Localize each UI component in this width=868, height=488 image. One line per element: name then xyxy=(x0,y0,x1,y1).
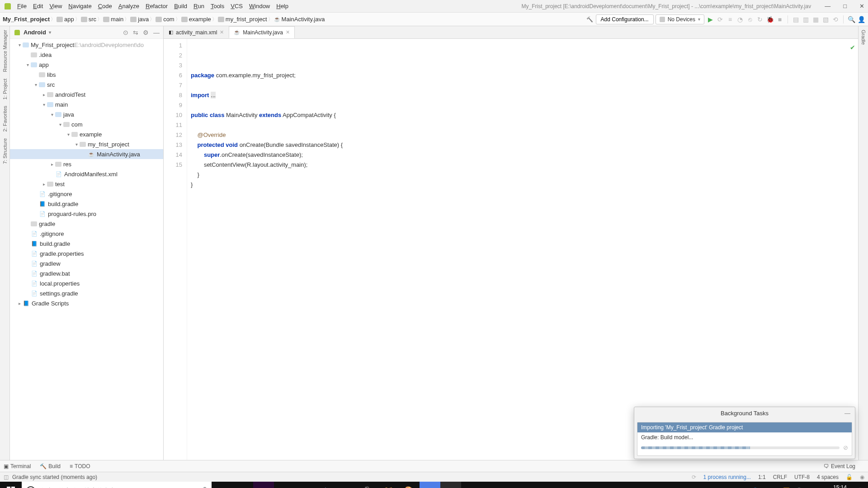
profiler-icon[interactable]: ◔ xyxy=(736,15,744,23)
task-view-button[interactable]: ⧉ xyxy=(212,482,232,488)
sync-project-icon[interactable]: ⟲ xyxy=(831,15,840,23)
tree-my_frist_project[interactable]: ▾My_Frist_project E:\androidDeveploment\… xyxy=(10,40,163,50)
device-selector[interactable]: No Devices ▾ xyxy=(656,14,704,24)
menu-edit[interactable]: Edit xyxy=(33,3,43,9)
taskbar-app-explorer[interactable]: 📁 xyxy=(378,482,399,488)
select-opened-file-icon[interactable]: ⊙ xyxy=(123,29,128,36)
menu-navigate[interactable]: Navigate xyxy=(68,3,91,9)
tree-libs[interactable]: libs xyxy=(10,70,163,80)
tree-build-gradle[interactable]: 📘build.gradle xyxy=(10,239,163,249)
tree-main[interactable]: ▾main xyxy=(10,99,163,109)
tree-gradlew-bat[interactable]: 📄gradlew.bat xyxy=(10,268,163,278)
add-configuration-button[interactable]: Add Configuration... xyxy=(596,14,654,24)
menu-tools[interactable]: Tools xyxy=(211,3,224,9)
taskbar-app-vm[interactable]: ▣ xyxy=(295,482,316,488)
menu-analyze[interactable]: Analyze xyxy=(118,3,139,9)
editor-tab-mainactivity-java[interactable]: ☕MainActivity.java✕ xyxy=(229,26,294,38)
tree-gradle-scripts[interactable]: ▸📘Gradle Scripts xyxy=(10,298,163,308)
project-tree[interactable]: ▾My_Frist_project E:\androidDeveploment\… xyxy=(10,39,163,460)
expand-all-icon[interactable]: ⇆ xyxy=(133,29,138,36)
tree-gradle[interactable]: gradle xyxy=(10,219,163,229)
window-maximize-button[interactable]: □ xyxy=(843,3,847,9)
menu-build[interactable]: Build xyxy=(174,3,187,9)
window-minimize-button[interactable]: — xyxy=(825,3,830,9)
tree-my_frist_project[interactable]: ▾my_frist_project xyxy=(10,139,163,149)
tree-androidtest[interactable]: ▸androidTest xyxy=(10,89,163,99)
project-view-selector[interactable]: Android ▾ xyxy=(14,29,51,36)
breadcrumb-app[interactable]: app xyxy=(57,16,74,23)
search-everywhere-icon[interactable]: 🔍 xyxy=(847,15,855,23)
taskbar-app-snip[interactable]: ✂ xyxy=(274,482,295,488)
window-close-button[interactable]: ✕ xyxy=(859,3,864,9)
tree-gradlew[interactable]: 📄gradlew xyxy=(10,258,163,268)
caret-position[interactable]: 1:1 xyxy=(758,474,766,480)
tree-src[interactable]: ▾src xyxy=(10,80,163,89)
rail-resource-manager[interactable]: Resource Manager xyxy=(2,30,8,72)
breadcrumb-com[interactable]: com xyxy=(156,16,175,23)
editor-tab-activity_main-xml[interactable]: ◧activity_main.xml✕ xyxy=(164,26,229,38)
build-tool-window-button[interactable]: 🔨 Build xyxy=(40,463,61,469)
coverage-icon[interactable]: ≡ xyxy=(726,15,734,23)
show-options-icon[interactable]: ⚙ xyxy=(143,29,149,36)
rail-gradle[interactable]: Gradle xyxy=(861,30,866,45)
line-separator[interactable]: CRLF xyxy=(773,474,787,480)
tree-com[interactable]: ▾com xyxy=(10,119,163,129)
menu-code[interactable]: Code xyxy=(98,3,112,9)
close-tab-icon[interactable]: ✕ xyxy=(220,29,224,35)
sdk-manager-icon[interactable]: ▥ xyxy=(802,15,810,23)
breadcrumb-example[interactable]: example xyxy=(181,16,211,23)
avd-manager-icon[interactable]: ▤ xyxy=(792,15,800,23)
menu-help[interactable]: Help xyxy=(276,3,288,9)
terminal-tool-window-button[interactable]: ▣ Terminal xyxy=(4,463,31,469)
close-tab-icon[interactable]: ✕ xyxy=(286,29,290,35)
hide-icon[interactable]: — xyxy=(153,29,160,36)
event-log-tool-window-button[interactable]: 🗨 Event Log xyxy=(824,463,855,469)
tray-clock[interactable]: 15:14 2020/4/11 xyxy=(818,484,851,488)
tree-test[interactable]: ▸test xyxy=(10,179,163,189)
tree-app[interactable]: ▾app xyxy=(10,60,163,70)
run-icon[interactable]: ▶ xyxy=(706,15,714,23)
rail-2-favorites[interactable]: 2: Favorites xyxy=(2,106,8,131)
apply-code-changes-icon[interactable]: 🐞 xyxy=(766,15,774,23)
read-only-toggle-icon[interactable]: 🔓 xyxy=(846,474,853,480)
file-encoding[interactable]: UTF-8 xyxy=(794,474,810,480)
menu-window[interactable]: Window xyxy=(249,3,270,9)
tree-example[interactable]: ▾example xyxy=(10,129,163,139)
code-editor[interactable]: ✔ package com.example.my_frist_project; … xyxy=(187,39,858,460)
tree--idea[interactable]: .idea xyxy=(10,50,163,60)
apply-changes-icon[interactable]: ↻ xyxy=(756,15,764,23)
tree-local-properties[interactable]: 📄local.properties xyxy=(10,278,163,288)
rail-1-project[interactable]: 1: Project xyxy=(2,79,8,99)
menu-vcs[interactable]: VCS xyxy=(231,3,243,9)
breadcrumb-src[interactable]: src xyxy=(81,16,96,23)
tree-proguard-rules-pro[interactable]: 📄proguard-rules.pro xyxy=(10,209,163,219)
status-corner-icon[interactable]: ◫ xyxy=(4,474,9,480)
processes-link[interactable]: 1 process running... xyxy=(703,474,751,480)
taskbar-app-edge[interactable]: e xyxy=(336,482,357,488)
menu-file[interactable]: File xyxy=(17,3,27,9)
rail-7-structure[interactable]: 7: Structure xyxy=(2,138,8,164)
breadcrumb-mainactivity-java[interactable]: ☕MainActivity.java xyxy=(274,16,325,23)
tree--gitignore[interactable]: 📄.gitignore xyxy=(10,229,163,239)
todo-tool-window-button[interactable]: ≡ TODO xyxy=(70,463,90,469)
taskbar-app-wps[interactable]: W xyxy=(420,482,440,488)
tree-gradle-properties[interactable]: 📄gradle.properties xyxy=(10,249,163,258)
make-project-icon[interactable] xyxy=(586,15,594,23)
start-button[interactable] xyxy=(0,482,22,488)
minimize-tasks-icon[interactable]: — xyxy=(844,410,850,417)
tree-java[interactable]: ▾java xyxy=(10,109,163,119)
settings-icon[interactable]: 👤 xyxy=(857,15,865,23)
taskbar-app-android-studio[interactable] xyxy=(440,482,461,488)
menu-run[interactable]: Run xyxy=(193,3,204,9)
layout-inspector-icon[interactable]: ▧ xyxy=(821,15,830,23)
taskbar-app-qq[interactable]: 🐧 xyxy=(357,482,378,488)
tree-res[interactable]: ▸res xyxy=(10,159,163,169)
indent-setting[interactable]: 4 spaces xyxy=(817,474,839,480)
memory-indicator-icon[interactable]: ◉ xyxy=(860,474,864,480)
attach-debugger-icon[interactable]: ⎋ xyxy=(746,15,754,23)
tree-build-gradle[interactable]: 📘build.gradle xyxy=(10,199,163,209)
breadcrumb-main[interactable]: main xyxy=(103,16,123,23)
debug-icon[interactable]: ⟳ xyxy=(716,15,724,23)
tree-settings-gradle[interactable]: 📄settings.gradle xyxy=(10,288,163,298)
cancel-task-icon[interactable]: ⊘ xyxy=(843,444,848,451)
